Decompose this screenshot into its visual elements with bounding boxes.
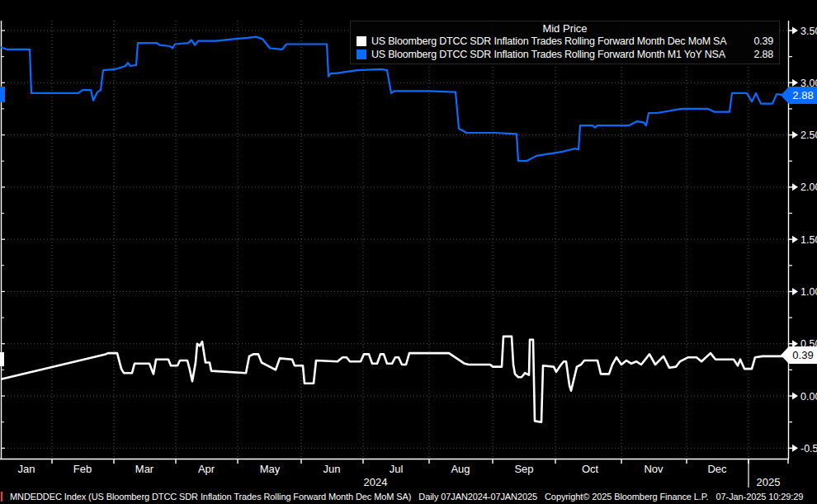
status-period-text: Daily 07JAN2024-07JAN2025 bbox=[418, 492, 537, 502]
chart-legend: Mid Price US Bloomberg DTCC SDR Inflatio… bbox=[350, 21, 780, 64]
left-axis-tag-white bbox=[0, 352, 4, 366]
series-line-white[interactable] bbox=[1, 337, 788, 422]
x-axis-month-label: Oct bbox=[582, 463, 599, 475]
grid-lines bbox=[1, 21, 788, 459]
white-tag-text: 0.39 bbox=[792, 349, 813, 361]
y-axis-label: 2.50 bbox=[800, 130, 817, 141]
status-accent-mark bbox=[1, 492, 2, 502]
y-axis: 3.503.002.502.001.501.000.500.00-0.50 bbox=[1, 26, 817, 455]
x-axis-month-label: Dec bbox=[707, 463, 727, 475]
blue-tag-text: 2.88 bbox=[792, 89, 813, 101]
status-instrument-text: MNDEDDEC Index (US Bloomberg DTCC SDR In… bbox=[10, 492, 411, 502]
legend-item-label: US Bloomberg DTCC SDR Inflation Trades R… bbox=[371, 35, 726, 48]
y-axis-label: 0.00 bbox=[800, 391, 817, 403]
x-axis-month-label: Jun bbox=[323, 463, 341, 475]
legend-item-value: 2.88 bbox=[753, 48, 773, 61]
x-axis: JanFebMarAprMayJunJulAugSepOctNovDec2024… bbox=[18, 459, 788, 488]
legend-item-value: 0.39 bbox=[753, 35, 773, 48]
axis-tag-white-value: 0.39 bbox=[781, 346, 817, 364]
status-copyright-text: Copyright© 2025 Bloomberg Finance L.P. bbox=[545, 492, 709, 502]
left-axis-tag-blue bbox=[0, 87, 5, 102]
x-axis-month-label: Mar bbox=[135, 463, 154, 475]
legend-title: Mid Price bbox=[357, 22, 773, 35]
x-axis-year-left-label: 2024 bbox=[364, 476, 388, 488]
x-axis-month-label: Apr bbox=[198, 463, 215, 475]
x-axis-month-label: Jan bbox=[18, 463, 35, 475]
x-axis-month-label: Jul bbox=[390, 463, 404, 475]
x-axis-year-right-label: 2025 bbox=[757, 476, 781, 488]
axis-tag-blue-value: 2.88 bbox=[781, 87, 817, 104]
x-axis-month-label: Sep bbox=[514, 463, 533, 475]
y-axis-label: 1.00 bbox=[800, 286, 817, 298]
white-series-swatch-icon bbox=[357, 36, 366, 46]
y-axis-label: -0.50 bbox=[800, 443, 817, 455]
legend-item-blue-series[interactable]: US Bloomberg DTCC SDR Inflation Trades R… bbox=[357, 48, 773, 61]
blue-series-swatch-icon bbox=[357, 49, 366, 59]
y-axis-label: 1.50 bbox=[800, 234, 817, 246]
bloomberg-chart-window: 3.503.002.502.001.501.000.500.00-0.50Jan… bbox=[0, 0, 817, 504]
legend-item-white-series[interactable]: US Bloomberg DTCC SDR Inflation Trades R… bbox=[357, 35, 773, 48]
x-axis-month-label: Feb bbox=[73, 463, 92, 475]
status-bar: MNDEDDEC Index (US Bloomberg DTCC SDR In… bbox=[0, 489, 817, 504]
legend-item-label: US Bloomberg DTCC SDR Inflation Trades R… bbox=[371, 48, 725, 61]
y-axis-label: 3.50 bbox=[800, 26, 817, 37]
axes bbox=[0, 21, 789, 459]
x-axis-month-label: May bbox=[260, 463, 281, 475]
x-axis-month-label: Nov bbox=[644, 463, 664, 475]
x-axis-month-label: Aug bbox=[451, 463, 470, 475]
y-axis-label: 2.00 bbox=[800, 181, 817, 193]
status-timestamp-text: 07-Jan-2025 10:29:29 bbox=[716, 492, 804, 502]
chart-canvas[interactable]: 3.503.002.502.001.501.000.500.00-0.50Jan… bbox=[0, 0, 817, 489]
